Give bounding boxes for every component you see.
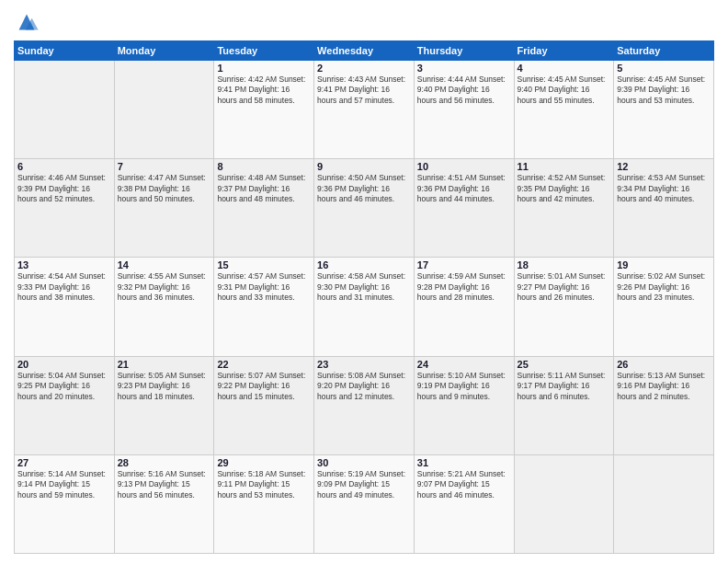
calendar-cell: [614, 454, 714, 553]
calendar-cell: 1Sunrise: 4:42 AM Sunset: 9:41 PM Daylig…: [214, 61, 314, 159]
day-number: 18: [518, 259, 611, 270]
day-number: 7: [118, 161, 211, 172]
day-info: Sunrise: 4:46 AM Sunset: 9:39 PM Dayligh…: [17, 173, 111, 204]
day-number: 25: [518, 359, 611, 370]
calendar-cell: 13Sunrise: 4:54 AM Sunset: 9:33 PM Dayli…: [15, 258, 115, 356]
calendar-cell: 12Sunrise: 4:53 AM Sunset: 9:34 PM Dayli…: [614, 159, 714, 258]
calendar-cell: 18Sunrise: 5:01 AM Sunset: 9:27 PM Dayli…: [514, 258, 614, 356]
day-info: Sunrise: 5:02 AM Sunset: 9:26 PM Dayligh…: [617, 271, 711, 303]
calendar-cell: 6Sunrise: 4:46 AM Sunset: 9:39 PM Daylig…: [15, 159, 115, 258]
day-info: Sunrise: 4:48 AM Sunset: 9:37 PM Dayligh…: [217, 173, 311, 204]
day-info: Sunrise: 5:10 AM Sunset: 9:19 PM Dayligh…: [417, 371, 511, 402]
day-info: Sunrise: 4:43 AM Sunset: 9:41 PM Dayligh…: [317, 75, 411, 106]
day-number: 21: [118, 359, 211, 370]
day-info: Sunrise: 4:59 AM Sunset: 9:28 PM Dayligh…: [417, 271, 511, 303]
weekday-header: Monday: [114, 41, 214, 61]
day-number: 19: [617, 259, 711, 270]
page: SundayMondayTuesdayWednesdayThursdayFrid…: [0, 0, 728, 563]
calendar-cell: 5Sunrise: 4:45 AM Sunset: 9:39 PM Daylig…: [614, 61, 714, 159]
day-info: Sunrise: 5:11 AM Sunset: 9:17 PM Dayligh…: [518, 371, 611, 402]
weekday-header-row: SundayMondayTuesdayWednesdayThursdayFrid…: [15, 41, 714, 61]
day-number: 22: [217, 359, 311, 370]
day-info: Sunrise: 4:54 AM Sunset: 9:33 PM Dayligh…: [17, 271, 111, 303]
day-info: Sunrise: 5:08 AM Sunset: 9:20 PM Dayligh…: [317, 371, 411, 402]
calendar-cell: 4Sunrise: 4:45 AM Sunset: 9:40 PM Daylig…: [514, 61, 614, 159]
logo: [14, 9, 43, 35]
calendar-cell: 15Sunrise: 4:57 AM Sunset: 9:31 PM Dayli…: [214, 258, 314, 356]
day-info: Sunrise: 5:13 AM Sunset: 9:16 PM Dayligh…: [617, 371, 711, 402]
calendar-cell: 7Sunrise: 4:47 AM Sunset: 9:38 PM Daylig…: [114, 159, 214, 258]
calendar-week-row: 20Sunrise: 5:04 AM Sunset: 9:25 PM Dayli…: [15, 356, 714, 454]
weekday-header: Friday: [514, 41, 614, 61]
weekday-header: Sunday: [15, 41, 115, 61]
calendar-cell: 17Sunrise: 4:59 AM Sunset: 9:28 PM Dayli…: [414, 258, 514, 356]
day-info: Sunrise: 4:45 AM Sunset: 9:39 PM Dayligh…: [617, 75, 711, 106]
day-number: 26: [617, 359, 711, 370]
day-number: 3: [417, 63, 511, 74]
calendar-week-row: 6Sunrise: 4:46 AM Sunset: 9:39 PM Daylig…: [15, 159, 714, 258]
day-info: Sunrise: 4:58 AM Sunset: 9:30 PM Dayligh…: [317, 271, 411, 303]
calendar-cell: 20Sunrise: 5:04 AM Sunset: 9:25 PM Dayli…: [15, 356, 115, 454]
calendar-cell: 27Sunrise: 5:14 AM Sunset: 9:14 PM Dayli…: [15, 454, 115, 553]
day-number: 6: [17, 161, 111, 172]
day-info: Sunrise: 5:14 AM Sunset: 9:14 PM Dayligh…: [17, 469, 111, 500]
calendar-cell: 16Sunrise: 4:58 AM Sunset: 9:30 PM Dayli…: [314, 258, 415, 356]
calendar-week-row: 13Sunrise: 4:54 AM Sunset: 9:33 PM Dayli…: [15, 258, 714, 356]
calendar-cell: 3Sunrise: 4:44 AM Sunset: 9:40 PM Daylig…: [414, 61, 514, 159]
day-number: 2: [317, 63, 411, 74]
day-info: Sunrise: 4:57 AM Sunset: 9:31 PM Dayligh…: [217, 271, 311, 303]
day-number: 16: [317, 259, 411, 270]
calendar-cell: 31Sunrise: 5:21 AM Sunset: 9:07 PM Dayli…: [414, 454, 514, 553]
day-info: Sunrise: 4:50 AM Sunset: 9:36 PM Dayligh…: [317, 173, 411, 204]
day-info: Sunrise: 5:21 AM Sunset: 9:07 PM Dayligh…: [417, 469, 511, 500]
day-number: 11: [518, 161, 611, 172]
weekday-header: Saturday: [614, 41, 714, 61]
calendar-week-row: 1Sunrise: 4:42 AM Sunset: 9:41 PM Daylig…: [15, 61, 714, 159]
calendar-cell: [15, 61, 115, 159]
day-info: Sunrise: 5:07 AM Sunset: 9:22 PM Dayligh…: [217, 371, 311, 402]
day-info: Sunrise: 4:42 AM Sunset: 9:41 PM Dayligh…: [217, 75, 311, 106]
day-info: Sunrise: 5:16 AM Sunset: 9:13 PM Dayligh…: [118, 469, 211, 500]
day-info: Sunrise: 4:47 AM Sunset: 9:38 PM Dayligh…: [118, 173, 211, 204]
day-number: 28: [118, 457, 211, 468]
day-number: 15: [217, 259, 311, 270]
day-number: 4: [518, 63, 611, 74]
header: [14, 9, 714, 35]
day-info: Sunrise: 5:18 AM Sunset: 9:11 PM Dayligh…: [217, 469, 311, 500]
day-number: 31: [417, 457, 511, 468]
calendar-cell: 29Sunrise: 5:18 AM Sunset: 9:11 PM Dayli…: [214, 454, 314, 553]
weekday-header: Tuesday: [214, 41, 314, 61]
calendar-cell: 22Sunrise: 5:07 AM Sunset: 9:22 PM Dayli…: [214, 356, 314, 454]
calendar-cell: 8Sunrise: 4:48 AM Sunset: 9:37 PM Daylig…: [214, 159, 314, 258]
calendar-cell: 30Sunrise: 5:19 AM Sunset: 9:09 PM Dayli…: [314, 454, 415, 553]
day-info: Sunrise: 4:45 AM Sunset: 9:40 PM Dayligh…: [518, 75, 611, 106]
day-number: 30: [317, 457, 411, 468]
day-info: Sunrise: 5:19 AM Sunset: 9:09 PM Dayligh…: [317, 469, 411, 500]
calendar-cell: 21Sunrise: 5:05 AM Sunset: 9:23 PM Dayli…: [114, 356, 214, 454]
day-number: 13: [17, 259, 111, 270]
day-info: Sunrise: 4:55 AM Sunset: 9:32 PM Dayligh…: [118, 271, 211, 303]
calendar-cell: 24Sunrise: 5:10 AM Sunset: 9:19 PM Dayli…: [414, 356, 514, 454]
day-info: Sunrise: 4:51 AM Sunset: 9:36 PM Dayligh…: [417, 173, 511, 204]
day-number: 29: [217, 457, 311, 468]
day-number: 27: [17, 457, 111, 468]
day-info: Sunrise: 5:04 AM Sunset: 9:25 PM Dayligh…: [17, 371, 111, 402]
day-number: 14: [118, 259, 211, 270]
calendar-cell: 9Sunrise: 4:50 AM Sunset: 9:36 PM Daylig…: [314, 159, 415, 258]
calendar-cell: 11Sunrise: 4:52 AM Sunset: 9:35 PM Dayli…: [514, 159, 614, 258]
calendar-cell: [514, 454, 614, 553]
calendar-cell: 19Sunrise: 5:02 AM Sunset: 9:26 PM Dayli…: [614, 258, 714, 356]
calendar-cell: 26Sunrise: 5:13 AM Sunset: 9:16 PM Dayli…: [614, 356, 714, 454]
day-number: 17: [417, 259, 511, 270]
day-number: 8: [217, 161, 311, 172]
day-info: Sunrise: 4:44 AM Sunset: 9:40 PM Dayligh…: [417, 75, 511, 106]
day-number: 5: [617, 63, 711, 74]
calendar-cell: [114, 61, 214, 159]
day-info: Sunrise: 5:05 AM Sunset: 9:23 PM Dayligh…: [118, 371, 211, 402]
calendar-cell: 25Sunrise: 5:11 AM Sunset: 9:17 PM Dayli…: [514, 356, 614, 454]
day-info: Sunrise: 5:01 AM Sunset: 9:27 PM Dayligh…: [518, 271, 611, 303]
day-number: 12: [617, 161, 711, 172]
logo-icon: [14, 9, 40, 35]
calendar-table: SundayMondayTuesdayWednesdayThursdayFrid…: [14, 40, 714, 554]
day-info: Sunrise: 4:52 AM Sunset: 9:35 PM Dayligh…: [518, 173, 611, 204]
